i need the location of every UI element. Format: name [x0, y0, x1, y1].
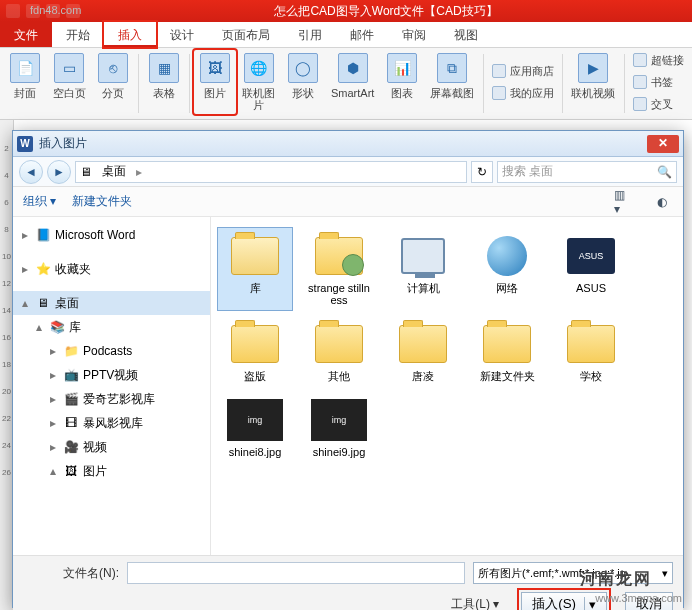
tree-twist-icon[interactable]: ▸	[47, 440, 59, 454]
tree-node[interactable]: ▴🖼图片	[13, 459, 210, 483]
file-icon	[395, 232, 451, 280]
file-name: strange stillness	[306, 282, 372, 306]
file-item[interactable]: 计算机	[385, 227, 461, 311]
refresh-button[interactable]: ↻	[471, 161, 493, 183]
btn-bookmark[interactable]: 书签	[629, 72, 688, 92]
btn-table[interactable]: ▦表格	[143, 50, 185, 114]
btn-page-break[interactable]: ⎋分页	[92, 50, 134, 114]
folder-tree[interactable]: ▸📘Microsoft Word▸⭐收藏夹▴🖥桌面▴📚库▸📁Podcasts▸📺…	[13, 217, 211, 555]
file-item[interactable]: 网络	[469, 227, 545, 311]
tools-menu[interactable]: 工具(L) ▾	[451, 596, 499, 611]
tree-twist-icon[interactable]: ▸	[47, 344, 59, 358]
chevron-right-icon[interactable]: ▸	[136, 165, 142, 179]
tab-view[interactable]: 视图	[440, 22, 492, 47]
search-input[interactable]: 搜索 桌面 🔍	[497, 161, 677, 183]
watermark-url: www.3mama.com	[595, 592, 682, 604]
tab-file[interactable]: 文件	[0, 22, 52, 47]
tab-layout[interactable]: 页面布局	[208, 22, 284, 47]
file-item[interactable]: 其他	[301, 315, 377, 387]
filename-input[interactable]	[127, 562, 465, 584]
tree-node[interactable]: ▴🖥桌面	[13, 291, 210, 315]
btn-cover-page[interactable]: 📄封面	[4, 50, 46, 114]
dialog-nav-bar: ◄ ► 🖥 桌面 ▸ ↻ 搜索 桌面 🔍	[13, 157, 683, 187]
tree-twist-icon[interactable]: ▴	[33, 320, 45, 334]
tree-node[interactable]: ▸🎬爱奇艺影视库	[13, 387, 210, 411]
nav-back-button[interactable]: ◄	[19, 160, 43, 184]
tab-mailings[interactable]: 邮件	[336, 22, 388, 47]
btn-hyperlink[interactable]: 超链接	[629, 50, 688, 70]
breadcrumb[interactable]: 🖥 桌面 ▸	[75, 161, 467, 183]
help-button[interactable]: ◐	[651, 191, 673, 213]
file-icon	[395, 320, 451, 368]
file-name: 计算机	[407, 282, 440, 294]
tree-twist-icon[interactable]: ▸	[47, 392, 59, 406]
tree-node-icon: 🎞	[63, 415, 79, 431]
dialog-close-button[interactable]: ✕	[647, 135, 679, 153]
file-item[interactable]: imgshinei9.jpg	[301, 391, 377, 463]
nav-forward-button[interactable]: ►	[47, 160, 71, 184]
tree-node-icon: 📺	[63, 367, 79, 383]
ribbon-tabs: 文件 开始 插入 设计 页面布局 引用 邮件 审阅 视图	[0, 22, 692, 48]
file-list[interactable]: 库strange stillness计算机网络ASUSASUS盗版其他唐凌新建文…	[211, 217, 683, 555]
tree-twist-icon[interactable]: ▸	[19, 262, 31, 276]
tree-node-label: Microsoft Word	[55, 228, 135, 242]
tree-node[interactable]: ▸📺PPTV视频	[13, 363, 210, 387]
file-item[interactable]: 唐凌	[385, 315, 461, 387]
btn-blank-page[interactable]: ▭空白页	[48, 50, 90, 114]
file-item[interactable]: 盗版	[217, 315, 293, 387]
tree-node[interactable]: ▸🎥视频	[13, 435, 210, 459]
btn-online-picture[interactable]: 🌐联机图片	[238, 50, 280, 114]
tree-node-label: PPTV视频	[83, 367, 138, 384]
btn-app-store[interactable]: 应用商店	[488, 61, 558, 81]
file-item[interactable]: ASUSASUS	[553, 227, 629, 311]
tree-twist-icon[interactable]: ▴	[19, 296, 31, 310]
tree-twist-icon[interactable]: ▴	[47, 464, 59, 478]
tree-node[interactable]: ▸⭐收藏夹	[13, 257, 210, 281]
file-icon	[479, 320, 535, 368]
tree-node[interactable]: ▸🎞暴风影视库	[13, 411, 210, 435]
btn-smartart[interactable]: ⬢SmartArt	[326, 50, 379, 114]
dialog-titlebar[interactable]: W 插入图片 ✕	[13, 131, 683, 157]
tab-references[interactable]: 引用	[284, 22, 336, 47]
btn-screenshot[interactable]: ⧉屏幕截图	[425, 50, 478, 114]
file-item[interactable]: 库	[217, 227, 293, 311]
filename-label: 文件名(N):	[23, 565, 119, 582]
tree-node[interactable]: ▴📚库	[13, 315, 210, 339]
tree-node-label: 爱奇艺影视库	[83, 391, 155, 408]
btn-my-apps[interactable]: 我的应用	[488, 83, 558, 103]
tree-node-label: 库	[69, 319, 81, 336]
view-options-button[interactable]: ▥ ▾	[613, 191, 635, 213]
tree-twist-icon[interactable]: ▸	[47, 368, 59, 382]
file-item[interactable]: imgshinei8.jpg	[217, 391, 293, 463]
file-name: 其他	[328, 370, 350, 382]
tab-design[interactable]: 设计	[156, 22, 208, 47]
file-icon	[563, 320, 619, 368]
insert-picture-dialog: W 插入图片 ✕ ◄ ► 🖥 桌面 ▸ ↻ 搜索 桌面 🔍 组织 ▾ 新建文件夹…	[12, 130, 684, 608]
tab-home[interactable]: 开始	[52, 22, 104, 47]
file-name: ASUS	[576, 282, 606, 294]
tree-node-icon: 📘	[35, 227, 51, 243]
btn-chart[interactable]: 📊图表	[381, 50, 423, 114]
file-item[interactable]: 学校	[553, 315, 629, 387]
btn-crossref[interactable]: 交叉	[629, 94, 688, 114]
btn-picture[interactable]: 🖼图片	[194, 50, 236, 114]
tree-node-label: Podcasts	[83, 344, 132, 358]
btn-online-video[interactable]: ▶联机视频	[567, 50, 620, 114]
tab-insert[interactable]: 插入	[104, 22, 156, 47]
tree-twist-icon[interactable]: ▸	[19, 228, 31, 242]
btn-shapes[interactable]: ◯形状	[282, 50, 324, 114]
tree-node-label: 视频	[83, 439, 107, 456]
tree-twist-icon[interactable]: ▸	[47, 416, 59, 430]
file-item[interactable]: strange stillness	[301, 227, 377, 311]
tree-node[interactable]: ▸📘Microsoft Word	[13, 223, 210, 247]
tab-review[interactable]: 审阅	[388, 22, 440, 47]
organize-menu[interactable]: 组织 ▾	[23, 193, 56, 210]
tree-node[interactable]: ▸📁Podcasts	[13, 339, 210, 363]
window-caption: 怎么把CAD图导入Word文件【CAD技巧】	[86, 3, 686, 20]
new-folder-button[interactable]: 新建文件夹	[72, 193, 132, 210]
tree-node-icon: 🎬	[63, 391, 79, 407]
tree-node-label: 收藏夹	[55, 261, 91, 278]
breadcrumb-root[interactable]: 桌面	[96, 163, 132, 180]
file-icon	[311, 232, 367, 280]
file-item[interactable]: 新建文件夹	[469, 315, 545, 387]
